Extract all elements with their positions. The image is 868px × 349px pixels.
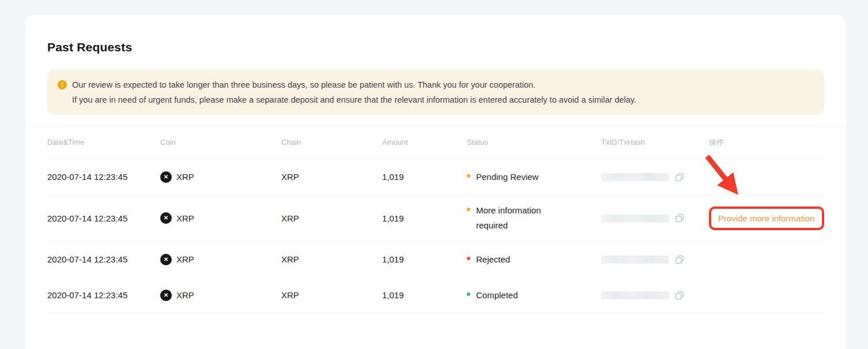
- amount-value: 1,019: [382, 213, 404, 223]
- amount-value: 1,019: [382, 172, 404, 182]
- status-dot: [467, 208, 470, 211]
- cell-amount: 1,019: [382, 254, 467, 264]
- cell-amount: 1,019: [382, 213, 467, 223]
- cell-chain: XRP: [281, 254, 382, 264]
- datetime-value: 2020-07-14 12:23:45: [47, 213, 127, 223]
- coin-name: XRP: [176, 213, 194, 223]
- cell-coin: ✕ XRP: [160, 212, 281, 224]
- cell-chain: XRP: [281, 213, 382, 223]
- chain-value: XRP: [281, 290, 299, 300]
- cell-status: More information required: [467, 203, 601, 233]
- col-header-coin: Coin: [160, 138, 281, 147]
- copy-icon[interactable]: [674, 172, 685, 182]
- masked-txid: [601, 215, 669, 222]
- col-header-chain: Chain: [281, 138, 382, 147]
- masked-txid: [601, 173, 669, 181]
- amount-value: 1,019: [382, 290, 404, 300]
- cell-datetime: 2020-07-14 12:23:45: [47, 290, 160, 300]
- chain-value: XRP: [281, 172, 299, 182]
- datetime-value: 2020-07-14 12:23:45: [47, 254, 127, 264]
- notice-line-1: Our review is expected to take longer th…: [72, 77, 636, 92]
- cell-action: Provide more information: [709, 207, 824, 230]
- notice-text: Our review is expected to take longer th…: [72, 77, 636, 107]
- col-header-txid: TxID/TxHash: [601, 138, 709, 147]
- cell-datetime: 2020-07-14 12:23:45: [47, 172, 160, 182]
- status-label: Rejected: [476, 252, 510, 267]
- cell-coin: ✕ XRP: [160, 290, 281, 301]
- warning-circle-icon: !: [58, 80, 67, 89]
- cell-datetime: 2020-07-14 12:23:45: [47, 254, 160, 264]
- cell-chain: XRP: [281, 290, 382, 300]
- cell-datetime: 2020-07-14 12:23:45: [47, 213, 160, 223]
- cell-status: Pending Review: [467, 170, 601, 185]
- chain-value: XRP: [281, 213, 299, 223]
- amount-value: 1,019: [382, 254, 404, 264]
- col-header-action: 操作: [709, 137, 824, 148]
- coin-name: XRP: [176, 254, 194, 264]
- table-row: 2020-07-14 12:23:45 ✕ XRP XRP 1,019 Pend…: [47, 159, 824, 195]
- cell-coin: ✕ XRP: [160, 254, 281, 265]
- table-header-row: Date&Time Coin Chain Amount Status TxID/…: [47, 126, 824, 159]
- copy-icon[interactable]: [674, 254, 685, 265]
- table-body: 2020-07-14 12:23:45 ✕ XRP XRP 1,019 Pend…: [25, 159, 846, 313]
- cell-chain: XRP: [281, 172, 382, 182]
- col-header-datetime: Date&Time: [47, 138, 160, 147]
- masked-txid: [601, 291, 669, 299]
- cell-status: Rejected: [467, 252, 601, 267]
- cell-status: Completed: [467, 288, 601, 303]
- cell-coin: ✕ XRP: [160, 171, 281, 183]
- past-requests-card: Past Requests ! Our review is expected t…: [25, 14, 846, 349]
- page-title: Past Requests: [47, 40, 824, 54]
- xrp-coin-icon: ✕: [160, 254, 172, 265]
- chain-value: XRP: [281, 254, 299, 264]
- annotation-highlight-box: Provide more information: [709, 207, 824, 230]
- status-dot: [467, 292, 470, 296]
- cell-txid: [601, 254, 709, 265]
- cell-amount: 1,019: [382, 172, 467, 182]
- cell-amount: 1,019: [382, 290, 467, 300]
- col-header-amount: Amount: [382, 138, 467, 147]
- col-header-status: Status: [467, 138, 601, 147]
- status-label: Completed: [476, 288, 518, 303]
- coin-name: XRP: [176, 172, 194, 182]
- datetime-value: 2020-07-14 12:23:45: [47, 290, 127, 300]
- copy-icon[interactable]: [674, 213, 685, 223]
- datetime-value: 2020-07-14 12:23:45: [47, 172, 127, 182]
- copy-icon[interactable]: [674, 290, 685, 301]
- notice-line-2: If you are in need of urgent funds, plea…: [72, 92, 636, 107]
- cell-txid: [601, 213, 709, 223]
- coin-name: XRP: [176, 290, 194, 300]
- xrp-coin-icon: ✕: [160, 290, 172, 301]
- masked-txid: [601, 256, 669, 263]
- table-row: 2020-07-14 12:23:45 ✕ XRP XRP 1,019 Comp…: [47, 277, 824, 313]
- status-label: More information required: [476, 203, 557, 233]
- provide-more-information-link[interactable]: Provide more information: [718, 213, 815, 223]
- status-label: Pending Review: [476, 170, 538, 185]
- status-dot: [467, 257, 470, 260]
- cell-txid: [601, 172, 709, 182]
- notice-banner: ! Our review is expected to take longer …: [47, 70, 824, 115]
- xrp-coin-icon: ✕: [160, 171, 172, 183]
- cell-txid: [601, 290, 709, 301]
- xrp-coin-icon: ✕: [160, 212, 172, 224]
- status-dot: [467, 174, 470, 178]
- table-row: 2020-07-14 12:23:45 ✕ XRP XRP 1,019 More…: [47, 195, 824, 242]
- requests-table: Date&Time Coin Chain Amount Status TxID/…: [25, 125, 846, 313]
- table-row: 2020-07-14 12:23:45 ✕ XRP XRP 1,019 Reje…: [47, 242, 824, 277]
